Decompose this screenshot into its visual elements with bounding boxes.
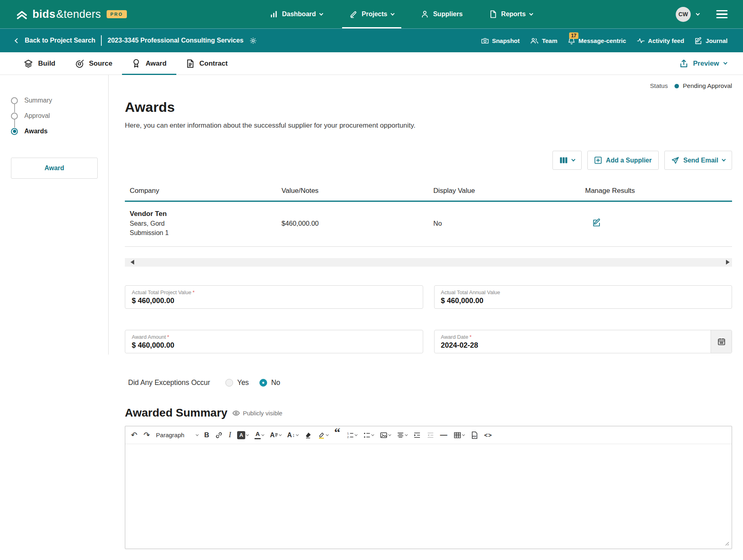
tab-award[interactable]: Award	[122, 52, 176, 75]
brand-name-light: &tenders	[56, 8, 101, 21]
chevron-down-icon	[571, 158, 575, 162]
step-awards[interactable]: Awards	[11, 124, 98, 139]
send-email-button[interactable]: Send Email	[664, 151, 732, 170]
snapshot-button[interactable]: Snapshot	[481, 37, 520, 44]
exceptions-no-radio[interactable]: No	[259, 378, 280, 387]
insert-table-button[interactable]	[454, 432, 465, 439]
table-horizontal-scrollbar[interactable]	[125, 258, 732, 267]
page-subtitle: Here, you can enter information about th…	[125, 122, 732, 130]
remove-format-eraser-button[interactable]	[304, 432, 312, 439]
export-pdf-button[interactable]: PDF	[471, 431, 478, 439]
field-label: Actual Total Project Value*	[132, 289, 416, 295]
message-count-badge: 17	[569, 32, 578, 39]
scroll-right-arrow-icon[interactable]	[726, 260, 730, 265]
chevron-down-icon	[246, 433, 249, 436]
chevron-down-icon	[261, 433, 264, 436]
activity-feed-button[interactable]: Activity feed	[637, 37, 684, 44]
nav-reports[interactable]: Reports	[482, 0, 540, 28]
tab-contract-label: Contract	[199, 60, 228, 68]
table-actions: Add a Supplier Send Email	[125, 151, 732, 170]
insert-image-button[interactable]	[380, 432, 391, 439]
tab-source[interactable]: Source	[65, 52, 122, 75]
bell-icon: 17	[568, 37, 575, 45]
tab-award-label: Award	[146, 60, 167, 68]
paragraph-style-select[interactable]: Paragraph	[156, 432, 198, 438]
bold-button[interactable]: B	[204, 431, 209, 439]
font-color-button[interactable]: A	[255, 431, 264, 439]
avatar[interactable]: CW	[676, 7, 691, 22]
highlight-button[interactable]	[318, 432, 328, 439]
awarded-summary-header: Awarded Summary Publicly visible	[125, 406, 732, 419]
edit-result-icon[interactable]	[593, 218, 601, 227]
award-form-fields: Actual Total Project Value* $460,000.00 …	[125, 285, 732, 353]
outdent-button[interactable]	[427, 432, 434, 439]
step-summary-label: Summary	[24, 97, 52, 104]
eye-icon	[232, 410, 240, 416]
actual-total-annual-value-field[interactable]: Actual Total Annual Value $460,000.00	[434, 285, 732, 309]
plus-square-icon	[594, 156, 602, 164]
field-value: $460,000.00	[132, 297, 416, 305]
column-settings-button[interactable]	[552, 151, 582, 170]
user-menu-chevron-icon[interactable]	[696, 11, 700, 15]
team-button[interactable]: Team	[530, 37, 557, 44]
actual-total-project-value-field[interactable]: Actual Total Project Value* $460,000.00	[125, 285, 423, 309]
exceptions-yes-radio[interactable]: Yes	[225, 378, 249, 387]
calendar-picker-button[interactable]	[711, 330, 732, 353]
bar-chart-icon	[270, 10, 278, 18]
font-family-button[interactable]: A	[270, 432, 281, 438]
preview-button[interactable]: Preview	[679, 52, 729, 75]
required-asterisk: *	[193, 289, 195, 295]
nav-dashboard[interactable]: Dashboard	[263, 0, 330, 28]
redo-button[interactable]: ↷	[143, 431, 150, 439]
back-to-search-link[interactable]: Back to Project Search	[25, 37, 95, 44]
add-supplier-button[interactable]: Add a Supplier	[587, 151, 659, 170]
numbered-list-button[interactable]: 1.2.	[347, 432, 357, 439]
brand-chevrons-icon	[15, 8, 28, 20]
tab-build[interactable]: Build	[14, 52, 65, 75]
tab-contract[interactable]: Contract	[176, 52, 238, 75]
nav-suppliers[interactable]: Suppliers	[413, 0, 470, 28]
project-title: 2023-3345 Professional Consulting Servic…	[107, 37, 243, 44]
font-size-button[interactable]: A↕	[287, 432, 298, 438]
font-background-button[interactable]: A	[237, 431, 248, 439]
journal-button[interactable]: Journal	[695, 37, 728, 45]
align-button[interactable]	[397, 432, 407, 439]
bullet-list-button[interactable]	[363, 432, 374, 439]
vendor-submission: Submission 1	[130, 229, 277, 237]
hamburger-menu-icon[interactable]	[716, 10, 728, 19]
status-row: Status Pending Approval	[125, 82, 732, 90]
exceptions-row: Did Any Exceptions Occur Yes No	[125, 378, 732, 387]
step-approval[interactable]: Approval	[11, 108, 98, 124]
divider	[101, 35, 102, 46]
content: Summary Approval Awards Award Status Pen…	[0, 75, 743, 549]
gear-icon[interactable]	[249, 37, 257, 45]
message-centric-label: Message-centric	[578, 37, 626, 44]
required-asterisk: *	[469, 334, 471, 340]
horizontal-rule-button[interactable]: —	[440, 431, 448, 439]
step-summary[interactable]: Summary	[11, 93, 98, 108]
pencil-icon	[349, 10, 358, 18]
chevron-down-icon	[371, 433, 374, 436]
source-code-button[interactable]: <>	[484, 432, 492, 438]
project-bar: Back to Project Search 2023-3345 Profess…	[0, 28, 743, 52]
field-value: $460,000.00	[132, 341, 416, 350]
award-button[interactable]: Award	[11, 158, 98, 179]
tab-build-label: Build	[38, 60, 56, 68]
nav-projects[interactable]: Projects	[342, 0, 401, 28]
yes-label: Yes	[237, 378, 249, 387]
message-centric-button[interactable]: 17 Message-centric	[568, 37, 626, 45]
award-stepper-sidebar: Summary Approval Awards Award	[0, 75, 109, 355]
scroll-left-arrow-icon[interactable]	[131, 260, 134, 265]
link-button[interactable]	[215, 432, 223, 439]
award-date-field[interactable]: Award Date* 2024-02-28	[434, 330, 732, 353]
award-amount-field[interactable]: Award Amount* $460,000.00	[125, 330, 423, 353]
chevron-down-icon	[529, 11, 533, 15]
back-chevron-icon[interactable]	[15, 38, 20, 43]
blockquote-button[interactable]: “	[334, 432, 340, 438]
italic-button[interactable]: I	[229, 431, 231, 439]
brand-logo[interactable]: bids &tenders PRO	[15, 0, 127, 28]
undo-button[interactable]: ↶	[131, 431, 137, 439]
indent-button[interactable]	[413, 432, 421, 439]
editor-content-area[interactable]	[125, 444, 732, 549]
company-cell: Vendor Ten Sears, Gord Submission 1	[125, 210, 277, 237]
